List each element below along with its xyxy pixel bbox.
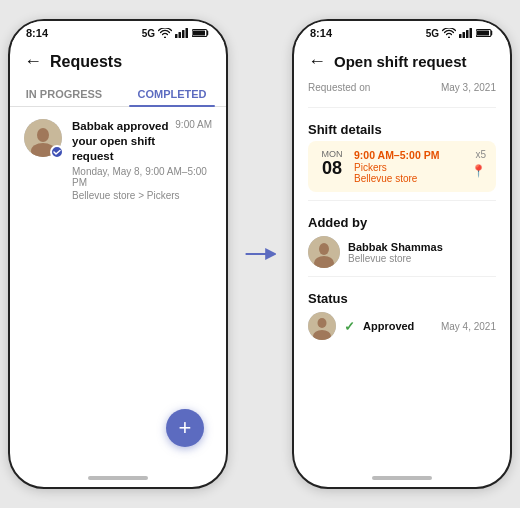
added-by-label: Added by	[308, 215, 496, 230]
divider-1	[308, 107, 496, 108]
notification-time: 9:00 AM	[175, 119, 212, 130]
svg-rect-2	[182, 30, 185, 38]
added-by-avatar	[308, 236, 340, 268]
home-indicator-1	[10, 469, 226, 487]
added-by-info: Babbak Shammas Bellevue store	[348, 241, 443, 264]
home-bar-2	[372, 476, 432, 480]
signal-label-2: 5G	[426, 28, 439, 39]
signal-label-1: 5G	[142, 28, 155, 39]
arrow-icon	[244, 242, 276, 266]
home-indicator-2	[294, 469, 510, 487]
svg-point-18	[319, 243, 329, 255]
status-text: Approved	[363, 320, 433, 332]
home-bar-1	[88, 476, 148, 480]
requested-on-label: Requested on	[308, 82, 370, 93]
battery-icon-2	[476, 28, 494, 38]
svg-rect-11	[459, 34, 462, 38]
shift-day-number: 08	[322, 159, 342, 177]
divider-2	[308, 200, 496, 201]
status-bar-1: 8:14 5G	[10, 21, 226, 43]
svg-rect-5	[193, 31, 205, 36]
page-title-1: Requests	[50, 53, 122, 71]
added-by-store: Bellevue store	[348, 253, 443, 264]
shift-role: Pickers	[354, 162, 463, 173]
status-section-label: Status	[308, 291, 496, 306]
signal-bars-1	[175, 28, 189, 38]
notification-sub2: Bellevue store > Pickers	[72, 190, 212, 201]
screen-1: ← Requests IN PROGRESS COMPLETED	[10, 43, 226, 469]
added-by-section: Added by Babbak Shammas Bellevue store	[294, 209, 510, 268]
pin-icon: 📍	[471, 164, 486, 178]
requested-on-section: Requested on May 3, 2021	[294, 78, 510, 99]
svg-rect-13	[466, 30, 469, 38]
shift-info: 9:00 AM–5:00 PM Pickers Bellevue store	[354, 149, 463, 184]
shift-time: 9:00 AM–5:00 PM	[354, 149, 463, 161]
svg-rect-0	[175, 34, 178, 38]
tab-in-progress[interactable]: IN PROGRESS	[10, 82, 118, 106]
signal-bars-2	[459, 28, 473, 38]
tabs-container: IN PROGRESS COMPLETED	[10, 82, 226, 107]
svg-rect-3	[186, 28, 189, 38]
phone-2: 8:14 5G	[292, 19, 512, 489]
shift-store: Bellevue store	[354, 173, 463, 184]
status-section: Status ✓ Approved May 4, 2021	[294, 285, 510, 340]
screen-2: ← Open shift request Requested on May 3,…	[294, 43, 510, 469]
notif-header-row: Babbak approved your open shift request …	[72, 119, 212, 164]
check-icon: ✓	[344, 319, 355, 334]
time-1: 8:14	[26, 27, 48, 39]
status-avatar	[308, 312, 336, 340]
svg-rect-16	[477, 31, 489, 36]
divider-3	[308, 276, 496, 277]
added-by-card: Babbak Shammas Bellevue store	[308, 236, 496, 268]
svg-point-7	[37, 128, 49, 142]
svg-rect-1	[179, 32, 182, 38]
phone1-header: ← Requests	[10, 43, 226, 72]
status-icons-2: 5G	[426, 28, 494, 39]
avatar-badge	[50, 145, 64, 159]
svg-point-21	[318, 318, 327, 328]
requested-on-value: May 3, 2021	[441, 82, 496, 93]
transition-arrow	[244, 242, 276, 266]
wifi-icon-2	[442, 28, 456, 38]
back-button-1[interactable]: ←	[24, 51, 42, 72]
status-icons-1: 5G	[142, 28, 210, 39]
time-2: 8:14	[310, 27, 332, 39]
shift-count: x5	[475, 149, 486, 160]
tab-completed[interactable]: COMPLETED	[118, 82, 226, 106]
status-bar-2: 8:14 5G	[294, 21, 510, 43]
back-button-2[interactable]: ←	[308, 51, 326, 72]
svg-rect-12	[463, 32, 466, 38]
added-by-name: Babbak Shammas	[348, 241, 443, 253]
phone2-header: ← Open shift request	[294, 43, 510, 78]
shift-date: MON 08	[318, 149, 346, 177]
phone-1: 8:14 5G	[8, 19, 228, 489]
avatar-wrap	[24, 119, 62, 157]
status-row: ✓ Approved May 4, 2021	[308, 312, 496, 340]
shift-details-title: Shift details	[294, 116, 510, 141]
fab-button[interactable]: +	[166, 409, 204, 447]
notification-text: Babbak approved your open shift request	[72, 119, 175, 164]
status-date: May 4, 2021	[441, 321, 496, 332]
svg-rect-14	[470, 28, 473, 38]
page-title-2: Open shift request	[334, 53, 467, 70]
wifi-icon	[158, 28, 172, 38]
notification-sub1: Monday, May 8, 9:00 AM–5:00 PM	[72, 166, 212, 188]
battery-icon-1	[192, 28, 210, 38]
shift-meta: x5 📍	[471, 149, 486, 178]
requested-on-row: Requested on May 3, 2021	[308, 82, 496, 93]
shift-card: MON 08 9:00 AM–5:00 PM Pickers Bellevue …	[308, 141, 496, 192]
notification-body: Babbak approved your open shift request …	[72, 119, 212, 201]
notification-card[interactable]: Babbak approved your open shift request …	[10, 107, 226, 213]
